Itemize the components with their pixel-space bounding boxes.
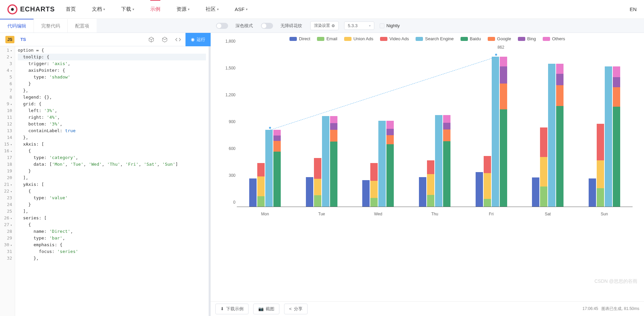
js-badge[interactable]: JS <box>5 36 14 43</box>
code-editor[interactable]: 1▾2▾34▾56789▾101112131415▾16▾1718192021▾… <box>0 46 209 316</box>
a11y-pattern-label: 无障碍花纹 <box>280 23 302 29</box>
legend-item[interactable]: Others <box>543 36 565 41</box>
legend-item[interactable]: Baidu <box>461 36 481 41</box>
nightly-checkbox[interactable] <box>380 23 384 28</box>
version-select[interactable]: 5.3.3 ▾ <box>344 21 374 30</box>
nightly-option[interactable]: Nightly <box>380 23 400 28</box>
bar-segment <box>540 187 547 207</box>
legend-item[interactable]: Search Engine <box>416 36 453 41</box>
bar-segment <box>597 124 604 160</box>
run-button[interactable]: ◉ 运行 <box>185 33 211 46</box>
render-settings-label: 渲染设置 <box>314 23 330 29</box>
plot-area: 862 <box>237 46 633 207</box>
chart-plot[interactable]: 03006009001,2001,5001,800 862 MonTueWedT… <box>237 46 633 220</box>
dark-mode-toggle[interactable] <box>216 23 228 29</box>
legend-item[interactable]: Union Ads <box>344 36 373 41</box>
bar[interactable] <box>540 127 547 207</box>
bar-segment <box>548 64 555 207</box>
main-nav: 首页文档▾下载▾示例资源▾社区▾ASF▾ <box>66 0 630 19</box>
tab-配置项[interactable]: 配置项 <box>67 19 97 33</box>
bar-segment <box>378 121 386 207</box>
bar[interactable] <box>330 116 337 207</box>
legend-label: Baidu <box>470 36 481 41</box>
bar-segment <box>556 106 564 207</box>
y-tick: 1,800 <box>225 39 235 44</box>
legend-label: Union Ads <box>354 36 373 41</box>
bar[interactable] <box>362 180 370 207</box>
screenshot-button[interactable]: 📷截图 <box>253 304 279 314</box>
language-switch[interactable]: EN <box>630 6 637 12</box>
nav-item-下载[interactable]: 下载▾ <box>121 0 134 19</box>
legend-item[interactable]: Direct <box>289 36 310 41</box>
logo[interactable]: ECHARTS <box>7 4 55 14</box>
legend-swatch <box>461 37 468 41</box>
bar[interactable] <box>249 178 257 207</box>
legend-item[interactable]: Video Ads <box>380 36 409 41</box>
bar[interactable] <box>500 57 507 207</box>
legend-label: Google <box>497 36 511 41</box>
dark-mode-label: 深色模式 <box>235 23 253 29</box>
nav-item-文档[interactable]: 文档▾ <box>92 0 105 19</box>
bar[interactable] <box>314 158 321 207</box>
bar[interactable] <box>548 64 555 207</box>
bar[interactable] <box>419 177 426 207</box>
bar[interactable] <box>386 121 394 207</box>
code-icon[interactable] <box>175 36 181 43</box>
bar-segment <box>613 107 620 207</box>
bar-segment <box>476 172 483 207</box>
nav-item-社区[interactable]: 社区▾ <box>206 0 219 19</box>
bar[interactable] <box>265 130 273 207</box>
bar[interactable] <box>605 66 612 207</box>
bar[interactable] <box>257 163 265 207</box>
box-icon[interactable] <box>161 36 168 43</box>
x-label: Thu <box>407 212 463 216</box>
bar-segment <box>386 135 394 144</box>
share-button[interactable]: <分享 <box>284 304 308 314</box>
bar[interactable] <box>484 156 491 207</box>
bar[interactable] <box>597 124 604 207</box>
bar[interactable] <box>589 178 596 207</box>
nav-item-资源[interactable]: 资源▾ <box>176 0 190 19</box>
y-tick: 1,200 <box>225 93 235 97</box>
nav-item-示例[interactable]: 示例 <box>150 0 160 19</box>
bar[interactable] <box>322 116 329 207</box>
bar[interactable] <box>378 121 386 207</box>
legend-swatch <box>488 37 495 41</box>
bar[interactable] <box>532 177 539 207</box>
bar[interactable] <box>476 172 483 207</box>
legend-item[interactable]: Email <box>317 36 337 41</box>
bar[interactable] <box>306 177 313 207</box>
tab-完整代码[interactable]: 完整代码 <box>34 19 67 33</box>
ts-button[interactable]: TS <box>20 37 26 42</box>
bar[interactable] <box>435 115 442 207</box>
bar[interactable] <box>613 66 620 207</box>
legend-item[interactable]: Bing <box>518 36 536 41</box>
cube-icon[interactable] <box>148 36 155 43</box>
bar[interactable] <box>443 115 450 207</box>
bar-group <box>520 46 576 207</box>
bar-segment <box>435 115 442 207</box>
legend-item[interactable]: Google <box>488 36 511 41</box>
nav-item-首页[interactable]: 首页 <box>66 0 76 19</box>
a11y-pattern-toggle[interactable] <box>261 23 273 29</box>
nav-item-ASF[interactable]: ASF▾ <box>235 0 248 19</box>
bar[interactable] <box>492 57 499 207</box>
bar-segment <box>249 178 257 207</box>
bar-segment <box>322 116 329 207</box>
render-settings-button[interactable]: 渲染设置 ⚙ <box>310 21 339 30</box>
watermark: CSDN @思思的谷雨 <box>594 278 637 284</box>
bar[interactable] <box>427 160 434 207</box>
bar[interactable] <box>273 130 281 207</box>
bar-segment <box>556 85 564 106</box>
download-button[interactable]: ⬇下载示例 <box>215 304 249 314</box>
bar-segment <box>386 144 394 207</box>
bar-segment <box>419 177 426 207</box>
bar[interactable] <box>370 163 378 207</box>
code-content[interactable]: option = { tooltip: { trigger: 'axis', a… <box>15 46 209 316</box>
bar-segment <box>500 66 507 84</box>
play-icon: ◉ <box>191 37 195 42</box>
bar[interactable] <box>556 64 564 207</box>
tab-代码编辑[interactable]: 代码编辑 <box>0 19 34 33</box>
bar-segment <box>314 179 321 195</box>
bar-segment <box>273 130 281 136</box>
